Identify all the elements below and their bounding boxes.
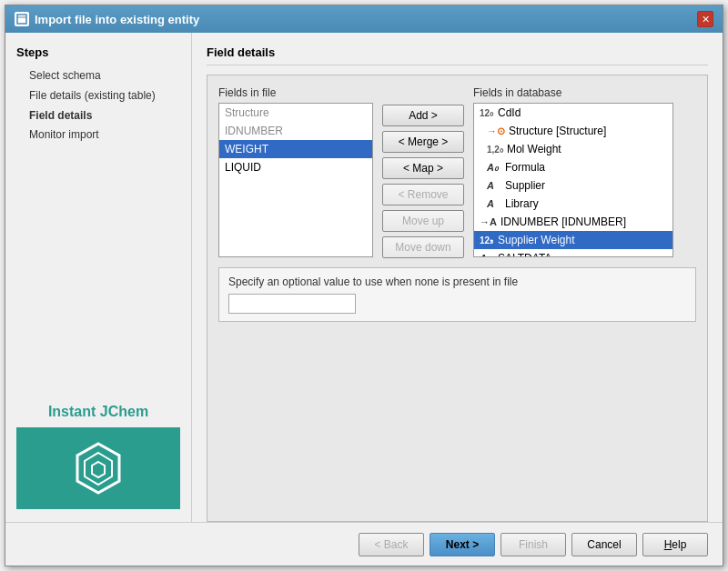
db-icon-idnumber: →A xyxy=(480,216,497,227)
db-list-item[interactable]: A Supplier xyxy=(474,176,672,195)
field-details-box: Fields in file Structure IDNUMBER WEIGHT… xyxy=(207,75,708,522)
list-item[interactable]: Structure xyxy=(219,104,372,122)
dialog: Import file into existing entity ✕ Steps… xyxy=(5,5,723,566)
title-bar-left: Import file into existing entity xyxy=(15,12,199,26)
fields-in-file-box: Fields in file Structure IDNUMBER WEIGHT… xyxy=(218,86,373,257)
db-list-item[interactable]: 12₀ CdId xyxy=(474,104,672,122)
main-panel: Field details Fields in file Structure I… xyxy=(192,33,723,522)
move-down-button[interactable]: Move down xyxy=(382,236,464,258)
dialog-title: Import file into existing entity xyxy=(35,13,199,26)
dialog-icon xyxy=(15,12,29,26)
list-item[interactable]: IDNUMBER xyxy=(219,122,372,140)
list-item[interactable]: LIQUID xyxy=(219,158,372,176)
fields-in-file-label: Fields in file xyxy=(218,86,373,99)
db-icon-supplierweight: 12₃ xyxy=(480,235,494,245)
sidebar: Steps Select schema File details (existi… xyxy=(5,33,192,522)
sidebar-brand: Instant JChem xyxy=(16,404,180,509)
svg-rect-0 xyxy=(17,15,26,24)
brand-icon-box xyxy=(16,427,180,509)
db-icon-formula: A₀ xyxy=(487,162,501,174)
remove-button[interactable]: < Remove xyxy=(382,184,464,205)
cancel-button[interactable]: Cancel xyxy=(571,533,637,556)
fields-in-db-label: Fields in database xyxy=(473,86,673,99)
db-icon-molweight: 1,2₀ xyxy=(487,145,503,155)
move-up-button[interactable]: Move up xyxy=(382,210,464,232)
add-button[interactable]: Add > xyxy=(382,105,464,126)
field-row: Fields in file Structure IDNUMBER WEIGHT… xyxy=(218,86,696,258)
db-list-item[interactable]: 1,2₀ Mol Weight xyxy=(474,140,672,158)
close-button[interactable]: ✕ xyxy=(697,11,713,27)
db-icon-structure: →⊙ xyxy=(487,125,505,137)
optional-input[interactable] xyxy=(228,294,356,314)
db-list-item[interactable]: A SALTDATA xyxy=(474,249,672,257)
sidebar-title: Steps xyxy=(16,45,180,59)
step-4: Monitor import xyxy=(29,127,180,143)
db-list-item[interactable]: →⊙ Structure [Structure] xyxy=(474,122,672,140)
svg-marker-3 xyxy=(85,453,112,485)
list-item-selected[interactable]: WEIGHT xyxy=(219,140,372,158)
next-button[interactable]: Next > xyxy=(430,533,495,556)
step-2: File details (existing table) xyxy=(29,88,180,104)
map-button[interactable]: < Map > xyxy=(382,157,464,179)
db-icon-library: A xyxy=(487,198,501,209)
optional-value-box: Specify an optional value to use when no… xyxy=(218,267,696,322)
content-area: Steps Select schema File details (existi… xyxy=(5,33,723,522)
title-bar: Import file into existing entity ✕ xyxy=(5,5,723,33)
footer: < Back Next > Finish Cancel Help xyxy=(5,522,723,566)
db-list-item[interactable]: A Library xyxy=(474,195,672,213)
help-button[interactable]: Help xyxy=(642,533,708,556)
fields-in-db-list[interactable]: 12₀ CdId →⊙ Structure [Structure] 1,2₀ M… xyxy=(473,103,673,257)
merge-button[interactable]: < Merge > xyxy=(382,131,464,153)
db-icon-supplier: A xyxy=(487,180,501,191)
fields-in-database-box: Fields in database 12₀ CdId →⊙ Structure… xyxy=(473,86,673,257)
back-button[interactable]: < Back xyxy=(359,533,424,556)
db-list-item[interactable]: →A IDNUMBER [IDNUMBER] xyxy=(474,213,672,231)
db-list-item[interactable]: A₀ Formula xyxy=(474,158,672,176)
finish-button[interactable]: Finish xyxy=(500,533,566,556)
db-icon-cdid: 12₀ xyxy=(480,108,494,118)
action-buttons-col: Add > < Merge > < Map > < Remove Move up… xyxy=(382,105,464,258)
svg-marker-4 xyxy=(92,462,105,477)
step-3-active: Field details xyxy=(29,108,180,124)
panel-title: Field details xyxy=(207,45,708,65)
step-1: Select schema xyxy=(29,68,180,84)
fields-in-file-list[interactable]: Structure IDNUMBER WEIGHT LIQUID xyxy=(218,103,373,257)
optional-label: Specify an optional value to use when no… xyxy=(228,275,686,288)
db-icon-saltdata: A xyxy=(480,253,494,257)
brand-name: Instant JChem xyxy=(48,404,148,420)
db-list-item-selected[interactable]: 12₃ Supplier Weight xyxy=(474,231,672,249)
brand-logo-icon xyxy=(66,436,130,500)
steps-list: Select schema File details (existing tab… xyxy=(16,68,180,147)
